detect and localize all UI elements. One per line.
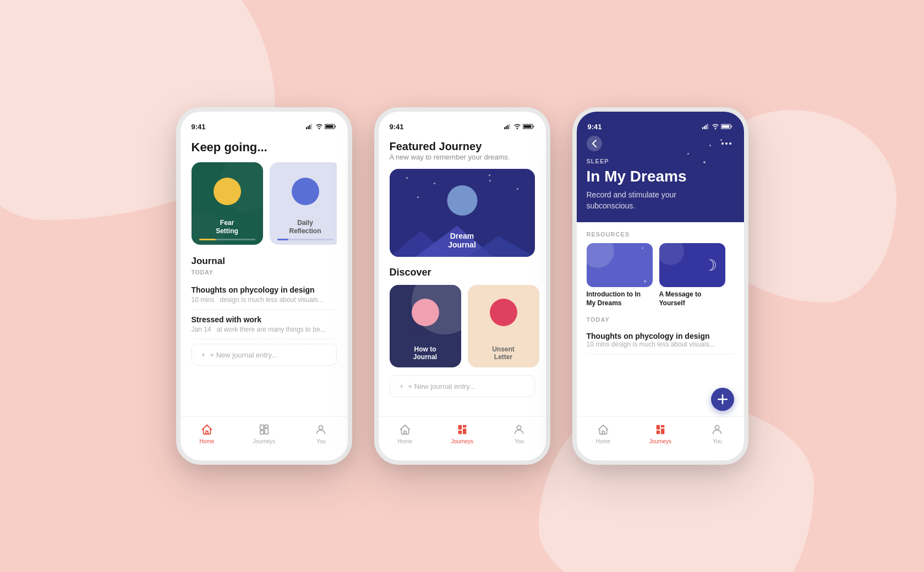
discover-card-how-to-journal[interactable]: How toJournal [390, 285, 461, 367]
home-icon-3 [596, 422, 610, 437]
nav-journeys-3[interactable]: Journeys [649, 422, 672, 444]
svg-point-35 [725, 142, 728, 145]
new-entry-bar-2[interactable]: ＋ + New journal entry... [390, 375, 535, 397]
dc-label-2: UnsentLetter [474, 345, 533, 361]
svg-rect-10 [265, 428, 268, 434]
nav-you-label-3: You [713, 438, 722, 444]
card-circle-2 [292, 178, 319, 205]
nav-journeys-1[interactable]: Journeys [253, 422, 276, 444]
journeys-icon-2 [455, 422, 469, 437]
star-1 [406, 177, 408, 179]
new-entry-label-2: + New journal entry... [408, 382, 475, 391]
moon-crescent-icon: ☽ [703, 256, 717, 274]
hstar-2 [687, 153, 689, 155]
status-time-1: 9:41 [192, 123, 206, 131]
you-icon-2 [512, 422, 526, 437]
svg-rect-1 [308, 126, 309, 129]
svg-rect-25 [463, 428, 466, 434]
journal-entry-2[interactable]: Stressed with work Jan 14 at work there … [192, 310, 337, 339]
svg-rect-2 [309, 125, 310, 129]
nav-you-label-1: You [316, 438, 326, 444]
notch-1 [228, 112, 300, 127]
bottom-nav-2: Home Journeys You [379, 416, 546, 460]
home-icon-2 [398, 422, 412, 437]
more-button[interactable] [719, 136, 734, 151]
today-entry-meta-3: 10 mins design is much less about visual… [587, 340, 734, 348]
star-2 [434, 183, 435, 184]
bottom-nav-1: Home Journeys You [181, 416, 348, 460]
resource-item-1[interactable]: ✦ ✦ Introduction to InMy Dreams [587, 243, 653, 307]
back-button[interactable] [587, 136, 602, 151]
bottom-nav-3: Home Journeys You [577, 416, 744, 460]
svg-rect-18 [523, 125, 531, 128]
nav-you-3[interactable]: You [710, 422, 724, 444]
signal-icon-2 [504, 124, 512, 129]
resources-label: RESOURCES [587, 231, 734, 238]
nav-home-3[interactable]: Home [596, 422, 611, 444]
phone3-scroll: RESOURCES ✦ ✦ Introduction to InMy Dream… [577, 222, 744, 416]
fab-button[interactable] [711, 388, 734, 411]
back-arrow-icon [592, 139, 597, 148]
resource-item-2[interactable]: ☽ A Message toYourself [659, 243, 725, 307]
today-label-3: TODAY [587, 316, 734, 323]
svg-rect-40 [656, 431, 659, 434]
svg-point-36 [729, 142, 731, 145]
discover-card-unsent-letter[interactable]: UnsentLetter [468, 285, 539, 367]
star-5 [417, 196, 419, 198]
nav-journeys-2[interactable]: Journeys [451, 422, 474, 444]
nav-home-1[interactable]: Home [200, 422, 215, 444]
battery-icon-3 [721, 124, 733, 129]
card-label-1: FearSetting [216, 219, 238, 236]
svg-rect-38 [661, 425, 664, 428]
phone-3: 9:41 [572, 107, 748, 465]
featured-card[interactable]: DreamJournal [390, 169, 535, 257]
today-entry-3[interactable]: Thoughts on phycology in design 10 mins … [587, 326, 734, 354]
nav-home-label-1: Home [200, 438, 215, 444]
svg-rect-39 [661, 428, 664, 434]
hstar-1 [709, 145, 711, 146]
phone1-content: Keep going... FearSetting [181, 136, 348, 460]
p3-main-title: In My Dreams [587, 168, 734, 185]
svg-rect-8 [260, 425, 263, 430]
battery-icon-2 [523, 124, 535, 129]
journal-entry-1[interactable]: Thoughts on phycology in design 10 mins … [192, 280, 337, 310]
phone3-content: RESOURCES ✦ ✦ Introduction to InMy Dream… [577, 222, 744, 460]
featured-moon [447, 185, 477, 216]
nav-you-1[interactable]: You [314, 422, 328, 444]
signal-icon [306, 124, 314, 129]
svg-rect-31 [707, 124, 708, 129]
new-entry-bar-1[interactable]: ＋ + New journal entry... [192, 344, 337, 366]
home-icon-1 [200, 422, 214, 437]
status-icons-1 [306, 124, 337, 129]
battery-icon [325, 124, 337, 129]
card-progress-2 [277, 239, 333, 240]
resource-title-1: Introduction to InMy Dreams [587, 290, 653, 307]
svg-rect-14 [506, 126, 507, 129]
svg-rect-0 [306, 127, 307, 129]
svg-rect-30 [706, 125, 707, 129]
nav-journeys-label-3: Journeys [649, 438, 672, 444]
today-entry-title-3: Thoughts on phycology in design [587, 332, 734, 340]
rc2-shape [659, 243, 684, 265]
nav-you-2[interactable]: You [512, 422, 526, 444]
journeys-icon-1 [257, 422, 271, 437]
status-icons-3 [702, 124, 733, 129]
star-4 [517, 188, 518, 190]
svg-point-12 [319, 426, 323, 430]
p3-desc: Record and stimulate yoursubconscious. [587, 190, 734, 211]
nav-home-2[interactable]: Home [398, 422, 413, 444]
new-entry-label-1: + New journal entry... [210, 351, 277, 359]
resources-cards: ✦ ✦ Introduction to InMy Dreams ☽ A Mess… [587, 243, 734, 307]
svg-point-41 [715, 426, 719, 430]
svg-rect-29 [704, 126, 705, 129]
you-icon-1 [314, 422, 328, 437]
you-icon-3 [710, 422, 724, 437]
dc-circle-1 [412, 299, 439, 326]
journey-card-daily-reflection[interactable]: DailyReflection [270, 162, 337, 245]
svg-point-34 [721, 142, 724, 145]
hstar-3 [720, 139, 722, 141]
card-progress-1 [199, 239, 255, 240]
journey-card-fear-setting[interactable]: FearSetting [192, 162, 263, 245]
svg-rect-5 [325, 125, 333, 128]
svg-rect-33 [721, 125, 729, 128]
